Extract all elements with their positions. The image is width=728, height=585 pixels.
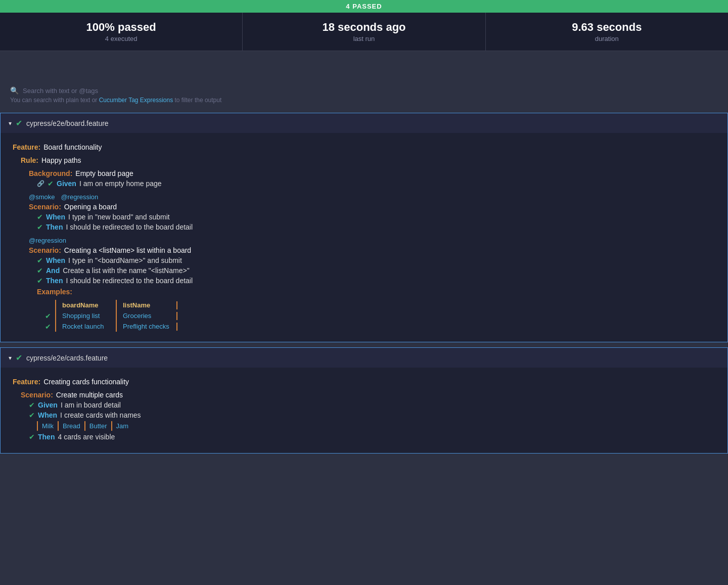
step-check-icon: ✔	[48, 179, 54, 188]
ex-row2-col2: Preflight checks	[116, 321, 176, 332]
tag-regression-1: @regression	[61, 193, 98, 201]
when-text-cards: I create cards with names	[60, 411, 141, 419]
ex-header-listname: listName	[116, 300, 176, 310]
given-text-cards: I am in board detail	[61, 401, 121, 409]
background-line: Background: Empty board page	[13, 169, 715, 177]
feature-file-board: ▾ ✔ cypress/e2e/board.feature Feature: B…	[0, 113, 728, 342]
scenario-1-title-line: Scenario: Opening a board	[13, 203, 715, 211]
stat-passed-primary: 100% passed	[0, 21, 242, 34]
when-check-cards: ✔	[29, 411, 35, 419]
top-bar-label: 4 PASSED	[346, 3, 382, 10]
feature-file-cards: ▾ ✔ cypress/e2e/cards.feature Feature: C…	[0, 347, 728, 454]
search-hint: You can search with plain text or Cucumb…	[10, 97, 718, 104]
file-path-board: cypress/e2e/board.feature	[26, 119, 109, 127]
then-text-2: I should be redirected to the board deta…	[66, 277, 193, 285]
examples-row-2: ✔ Rocket launch Preflight checks	[45, 321, 715, 332]
kw-given-cards: Given	[38, 401, 58, 409]
inline-cell-bread: Bread	[58, 421, 84, 431]
spacer	[0, 51, 728, 81]
stat-time: 18 seconds ago last run	[243, 13, 485, 51]
tag-smoke: @smoke	[29, 193, 55, 201]
search-placeholder: Search with text or @tags	[23, 87, 98, 95]
when-check-2: ✔	[37, 256, 43, 264]
scenario-2-then: ✔ Then I should be redirected to the boa…	[13, 277, 715, 285]
feature-line-cards: Feature: Creating cards functionality	[13, 378, 715, 386]
kw-then-1: Then	[46, 223, 63, 231]
background-step-text: I am on empty home page	[79, 179, 162, 188]
file-path-cards: cypress/e2e/cards.feature	[26, 354, 108, 362]
kw-given-bg: Given	[57, 179, 76, 188]
feature-content-board: Feature: Board functionality Rule: Happy…	[1, 133, 727, 342]
examples-label: Examples:	[13, 288, 715, 296]
inline-cell-jam: Jam	[111, 421, 133, 431]
search-box: 🔍 Search with text or @tags	[10, 86, 718, 95]
inline-data-table: Milk Bread Butter Jam	[13, 421, 715, 431]
given-check-cards: ✔	[29, 401, 35, 409]
kw-when-2: When	[46, 256, 65, 264]
when-check-1: ✔	[37, 213, 43, 221]
stat-passed: 100% passed 4 executed	[0, 13, 243, 51]
link-icon: 🔗	[37, 180, 44, 187]
kw-when-cards: When	[38, 411, 57, 419]
then-check-2: ✔	[37, 277, 43, 285]
ex-row1-col1: Shopping list	[55, 310, 116, 321]
examples-table: boardName listName ✔ Shopping list Groce…	[45, 300, 715, 332]
stat-time-primary: 18 seconds ago	[243, 21, 485, 34]
cards-given: ✔ Given I am in board detail	[13, 401, 715, 409]
chevron-icon-cards: ▾	[9, 354, 12, 362]
search-area: 🔍 Search with text or @tags You can sear…	[0, 81, 728, 108]
feature-content-cards: Feature: Creating cards functionality Sc…	[1, 368, 727, 453]
scenario-1-then: ✔ Then I should be redirected to the boa…	[13, 223, 715, 231]
kw-then-cards: Then	[38, 433, 55, 441]
scenario-2-and: ✔ And Create a list with the name "<list…	[13, 266, 715, 275]
scenario-1-title: Opening a board	[64, 203, 117, 211]
search-icon: 🔍	[10, 86, 19, 95]
kw-scenario-1: Scenario:	[29, 203, 61, 211]
inline-cell-milk: Milk	[37, 421, 58, 431]
scenario-1-when: ✔ When I type in "new board" and submit	[13, 213, 715, 221]
stat-duration-primary: 9.63 seconds	[486, 21, 728, 34]
stat-time-secondary: last run	[243, 35, 485, 42]
and-check: ✔	[37, 266, 43, 275]
then-text-1: I should be redirected to the board deta…	[66, 223, 193, 231]
scenario-2-tags: @regression	[13, 236, 715, 244]
pass-icon-cards: ✔	[16, 353, 22, 363]
feature-file-header-board[interactable]: ▾ ✔ cypress/e2e/board.feature	[1, 113, 727, 133]
examples-row-1: ✔ Shopping list Groceries	[45, 310, 715, 321]
cards-when: ✔ When I create cards with names	[13, 411, 715, 419]
kw-scenario-cards: Scenario:	[21, 391, 53, 399]
ex-header-boardname: boardName	[55, 300, 116, 310]
ex-row2-col1: Rocket launch	[55, 321, 116, 332]
tag-regression-2: @regression	[29, 237, 66, 244]
kw-feature: Feature:	[13, 143, 40, 151]
kw-and: And	[46, 266, 60, 275]
then-text-cards: 4 cards are visible	[58, 433, 115, 441]
kw-examples: Examples:	[37, 288, 72, 296]
stat-duration: 9.63 seconds duration	[486, 13, 728, 51]
scenario-2-title: Creating a <listName> list within a boar…	[64, 246, 191, 254]
feature-title-cards: Creating cards functionality	[43, 378, 129, 386]
rule-title: Happy paths	[41, 156, 81, 164]
stat-passed-secondary: 4 executed	[0, 35, 242, 42]
feature-file-header-cards[interactable]: ▾ ✔ cypress/e2e/cards.feature	[1, 348, 727, 368]
ex-row2-check: ✔	[45, 323, 55, 331]
cucumber-tag-link[interactable]: Cucumber Tag Expressions	[99, 97, 173, 104]
chevron-icon: ▾	[9, 120, 12, 127]
stat-duration-secondary: duration	[486, 35, 728, 42]
ex-row1-col2: Groceries	[116, 310, 176, 321]
and-text: Create a list with the name "<listName>"	[63, 266, 189, 275]
scenario-2-when: ✔ When I type in "<boardName>" and submi…	[13, 256, 715, 264]
examples-header-row: boardName listName	[45, 300, 715, 310]
ex-row1-check: ✔	[45, 312, 55, 320]
then-check-cards: ✔	[29, 433, 35, 441]
feature-title: Board functionality	[43, 143, 102, 151]
scenario-cards-title: Create multiple cards	[56, 391, 123, 399]
scenario-2-title-line: Scenario: Creating a <listName> list wit…	[13, 246, 715, 254]
background-step: 🔗 ✔ Given I am on empty home page	[13, 179, 715, 188]
feature-line: Feature: Board functionality	[13, 143, 715, 151]
when-text-2: I type in "<boardName>" and submit	[68, 256, 182, 264]
then-check-1: ✔	[37, 223, 43, 231]
scenario-cards-title-line: Scenario: Create multiple cards	[13, 391, 715, 399]
top-bar: 4 PASSED	[0, 0, 728, 13]
kw-rule: Rule:	[21, 156, 38, 164]
